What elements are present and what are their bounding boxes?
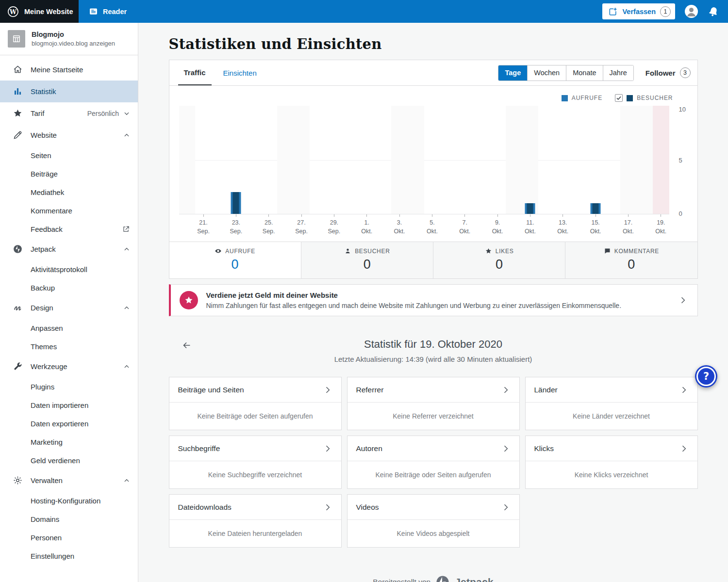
chart-column-13-okt[interactable] [555, 106, 571, 214]
chart-column-14-okt[interactable] [571, 106, 588, 214]
chart-column-21-sep[interactable] [195, 106, 212, 214]
chart-column-5-okt[interactable] [424, 106, 441, 214]
summary-tab-besucher[interactable]: BESUCHER0 [301, 242, 433, 278]
sidebar-item-feedback[interactable]: Feedback [0, 220, 138, 238]
chevron-up-icon [122, 304, 131, 312]
x-axis-cell [506, 214, 522, 236]
chart-column-24-sep[interactable] [244, 106, 261, 214]
tab-einsichten[interactable]: Einsichten [217, 60, 263, 85]
sidebar-item-plugins[interactable]: Plugins [0, 377, 138, 396]
stat-card-header-autoren[interactable]: Autoren [347, 436, 519, 461]
chart-column-2-okt[interactable] [375, 106, 392, 214]
chart-column-27-sep[interactable] [293, 106, 310, 214]
sidebar-item-kommentare[interactable]: Kommentare [0, 201, 138, 220]
sidebar-item-statistik[interactable]: Statistik [0, 81, 138, 102]
chart-column-3-okt[interactable] [391, 106, 408, 214]
x-axis-label: Sep. [293, 227, 310, 236]
chart-column-4-okt[interactable] [408, 106, 424, 214]
chart-column-29-sep[interactable] [326, 106, 343, 214]
compose-button[interactable]: Verfassen 1 [602, 3, 675, 19]
stat-card-header-suchbegriffe[interactable]: Suchbegriffe [169, 436, 341, 461]
chevron-right-icon [323, 385, 332, 395]
earn-money-banner[interactable]: Verdiene jetzt Geld mit deiner Website N… [169, 284, 698, 316]
chart-column-12-okt[interactable] [538, 106, 555, 214]
site-url-link[interactable]: blogmojo.video.blog anzeigen [32, 40, 115, 47]
chart-column-6-okt[interactable] [440, 106, 457, 214]
chart-column-23-sep[interactable] [228, 106, 245, 214]
chart-column-1-okt[interactable] [359, 106, 375, 214]
stat-card-header-klicks[interactable]: Klicks [526, 436, 697, 461]
sidebar-item-marketing[interactable]: Marketing [0, 433, 138, 451]
summary-value: 0 [301, 257, 433, 272]
chart-column-11-okt[interactable] [522, 106, 539, 214]
stat-card-title: Autoren [356, 444, 382, 453]
besucher-checkbox[interactable] [615, 94, 623, 102]
star-icon [13, 108, 23, 118]
chart-column-22-sep[interactable] [212, 106, 228, 214]
notifications-bell-icon[interactable] [706, 4, 720, 18]
tab-traffic[interactable]: Traffic [178, 60, 212, 85]
chart-column-18-okt[interactable] [636, 106, 653, 214]
chart-column-26-sep[interactable] [277, 106, 294, 214]
x-axis-cell [342, 214, 359, 236]
previous-day-arrow-icon[interactable] [182, 340, 192, 351]
sidebar-item-themes[interactable]: Themes [0, 337, 138, 356]
site-switcher[interactable]: Blogmojo blogmojo.video.blog anzeigen [0, 23, 138, 55]
period-button-jahre[interactable]: Jahre [603, 65, 633, 81]
period-button-tage[interactable]: Tage [498, 65, 527, 81]
visitors-bar[interactable] [233, 192, 239, 214]
sidebar-item-tarif[interactable]: TarifPersönlich [0, 102, 138, 124]
period-button-monate[interactable]: Monate [566, 65, 602, 81]
sidebar-item-design[interactable]: Design [0, 297, 138, 319]
sidebar-item-aktivit-tsprotokoll[interactable]: Aktivitätsprotokoll [0, 260, 138, 278]
sidebar-item-geld-verdienen[interactable]: Geld verdienen [0, 451, 138, 469]
stat-card-header-referrer[interactable]: Referrer [347, 377, 519, 403]
sidebar-item-domains[interactable]: Domains [0, 510, 138, 528]
chart-column-8-okt[interactable] [473, 106, 490, 214]
my-sites-button[interactable]: W Meine Website [0, 0, 79, 23]
summary-tab-likes[interactable]: LIKES0 [433, 242, 565, 278]
sidebar-item-backup[interactable]: Backup [0, 278, 138, 297]
sidebar-item-seiten[interactable]: Seiten [0, 146, 138, 164]
chart-column-25-sep[interactable] [261, 106, 277, 214]
summary-tab-aufrufe[interactable]: AUFRUFE0 [169, 242, 301, 278]
sidebar-item-hosting-konfiguration[interactable]: Hosting-Konfiguration [0, 491, 138, 510]
stat-card-header-dateidownloads[interactable]: Dateidownloads [169, 495, 341, 520]
chart-column-7-okt[interactable] [457, 106, 473, 214]
chart-column-16-okt[interactable] [604, 106, 620, 214]
chart-column-9-okt[interactable] [489, 106, 506, 214]
avatar[interactable] [685, 5, 698, 18]
chart-column-10-okt[interactable] [506, 106, 522, 214]
sidebar-item-jetpack[interactable]: Jetpack [0, 238, 138, 260]
stat-card-beitr-ge-und-seiten: Beiträge und SeitenKeine Beiträge oder S… [169, 377, 342, 430]
summary-tab-kommentare[interactable]: KOMMENTARE0 [565, 242, 697, 278]
sidebar-item-werkzeuge[interactable]: Werkzeuge [0, 356, 138, 377]
visitors-bar[interactable] [593, 203, 599, 214]
sidebar-item-personen[interactable]: Personen [0, 528, 138, 547]
period-button-wochen[interactable]: Wochen [527, 65, 566, 81]
help-button[interactable]: ? [695, 365, 717, 388]
chart-column-30-sep[interactable] [342, 106, 359, 214]
stat-card-header-l-nder[interactable]: Länder [526, 377, 697, 403]
stat-card-header-beitr-ge-und-seiten[interactable]: Beiträge und Seiten [169, 377, 341, 403]
sidebar-item-mediathek[interactable]: Mediathek [0, 183, 138, 201]
sidebar-item-verwalten[interactable]: Verwalten [0, 469, 138, 491]
sidebar-item-meine-startseite[interactable]: Meine Startseite [0, 59, 138, 81]
visitors-bar[interactable] [527, 203, 533, 214]
chart-column-28-sep[interactable] [310, 106, 326, 214]
follower-tab[interactable]: Follower 3 [645, 67, 691, 78]
sidebar-item-anpassen[interactable]: Anpassen [0, 319, 138, 337]
sidebar-item-daten-importieren[interactable]: Daten importieren [0, 396, 138, 414]
sidebar-item-beitr-ge[interactable]: Beiträge [0, 164, 138, 183]
sidebar-item-website[interactable]: Website [0, 124, 138, 146]
stat-card-empty-state: Keine Dateien heruntergeladen [169, 520, 341, 547]
chart-column-17-okt[interactable] [620, 106, 637, 214]
chart-column-15-okt[interactable] [587, 106, 604, 214]
sidebar-subitem-label: Anpassen [31, 324, 63, 332]
stat-card-header-videos[interactable]: Videos [347, 495, 519, 520]
chart-column-19-okt[interactable] [653, 106, 669, 214]
sidebar-item-einstellungen[interactable]: Einstellungen [0, 547, 138, 565]
sidebar-item-daten-exportieren[interactable]: Daten exportieren [0, 414, 138, 433]
chart-column-20-sep[interactable] [179, 106, 196, 214]
reader-button[interactable]: Reader [79, 0, 136, 23]
